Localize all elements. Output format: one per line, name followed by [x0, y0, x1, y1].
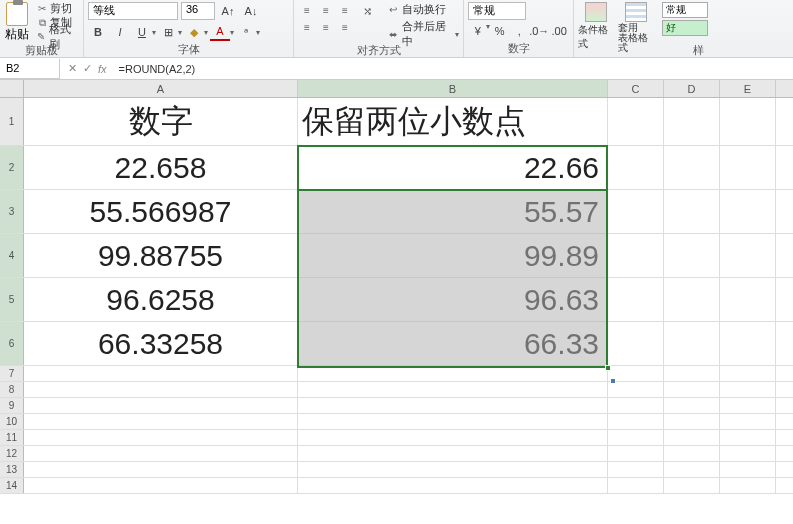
cell-A4[interactable]: 99.88755 [24, 234, 298, 277]
row-header[interactable]: 9 [0, 398, 24, 413]
cell[interactable] [720, 430, 776, 445]
align-center-button[interactable]: ≡ [317, 19, 335, 35]
cell-B5[interactable]: 96.63 [298, 278, 608, 321]
select-all-corner[interactable] [0, 80, 24, 97]
cell[interactable] [298, 430, 608, 445]
cell[interactable] [664, 322, 720, 365]
row-header[interactable]: 7 [0, 366, 24, 381]
italic-button[interactable]: I [110, 23, 130, 41]
cell[interactable] [298, 478, 608, 493]
row-header[interactable]: 5 [0, 278, 24, 321]
cell[interactable] [608, 414, 664, 429]
cell[interactable] [720, 278, 776, 321]
col-header-C[interactable]: C [608, 80, 664, 97]
align-left-button[interactable]: ≡ [298, 19, 316, 35]
cell[interactable] [298, 398, 608, 413]
cell[interactable] [720, 414, 776, 429]
cell[interactable] [664, 414, 720, 429]
cell-A2[interactable]: 22.658 [24, 146, 298, 189]
cell[interactable] [24, 382, 298, 397]
cell[interactable] [608, 190, 664, 233]
cancel-formula-button[interactable]: ✕ [68, 62, 77, 75]
row-header[interactable]: 3 [0, 190, 24, 233]
cell[interactable] [608, 234, 664, 277]
cell-A1[interactable]: 数字 [24, 98, 298, 145]
cell[interactable] [720, 234, 776, 277]
row-header[interactable]: 14 [0, 478, 24, 493]
col-header-D[interactable]: D [664, 80, 720, 97]
cell[interactable] [608, 398, 664, 413]
increase-decimal-button[interactable]: .0→ [529, 22, 549, 40]
border-button[interactable]: ⊞ [158, 23, 178, 41]
cell-style-normal[interactable]: 常规 [662, 2, 708, 18]
cell[interactable] [298, 366, 608, 381]
cell[interactable] [664, 462, 720, 477]
cell[interactable] [664, 366, 720, 381]
cell[interactable] [664, 234, 720, 277]
cell-B4[interactable]: 99.89 [298, 234, 608, 277]
wrap-text-button[interactable]: ↩自动换行 [387, 2, 459, 17]
font-size-select[interactable]: 36 [181, 2, 215, 20]
cell[interactable] [24, 462, 298, 477]
cell[interactable] [664, 278, 720, 321]
cell[interactable] [608, 478, 664, 493]
align-bottom-button[interactable]: ≡ [336, 2, 354, 18]
cell[interactable] [608, 446, 664, 461]
cell[interactable] [664, 430, 720, 445]
cell[interactable] [298, 462, 608, 477]
cell[interactable] [664, 478, 720, 493]
col-header-B[interactable]: B [298, 80, 608, 97]
font-color-button[interactable]: A [210, 23, 230, 41]
cell[interactable] [24, 430, 298, 445]
row-header[interactable]: 1 [0, 98, 24, 145]
cell[interactable] [298, 382, 608, 397]
row-header[interactable]: 4 [0, 234, 24, 277]
align-top-button[interactable]: ≡ [298, 2, 316, 18]
phonetic-button[interactable]: ᵃ [236, 23, 256, 41]
cell[interactable] [664, 146, 720, 189]
cell[interactable] [608, 366, 664, 381]
cell[interactable] [664, 446, 720, 461]
cell[interactable] [720, 98, 776, 145]
cell[interactable] [608, 146, 664, 189]
cell[interactable] [24, 366, 298, 381]
cell[interactable] [608, 322, 664, 365]
cell-style-good[interactable]: 好 [662, 20, 708, 36]
cell[interactable] [720, 382, 776, 397]
font-name-select[interactable]: 等线 [88, 2, 178, 20]
cell[interactable] [608, 278, 664, 321]
cell[interactable] [720, 322, 776, 365]
cell[interactable] [720, 190, 776, 233]
col-header-A[interactable]: A [24, 80, 298, 97]
cell[interactable] [720, 478, 776, 493]
row-header[interactable]: 12 [0, 446, 24, 461]
cell[interactable] [720, 462, 776, 477]
row-header[interactable]: 2 [0, 146, 24, 189]
row-header[interactable]: 11 [0, 430, 24, 445]
comma-button[interactable]: , [510, 22, 530, 40]
decrease-font-button[interactable]: A↓ [241, 2, 261, 20]
row-header[interactable]: 6 [0, 322, 24, 365]
cell[interactable] [24, 478, 298, 493]
col-header-E[interactable]: E [720, 80, 776, 97]
cell[interactable] [664, 382, 720, 397]
cut-button[interactable]: ✂剪切 [34, 2, 79, 15]
row-header[interactable]: 10 [0, 414, 24, 429]
cell[interactable] [720, 146, 776, 189]
cell[interactable] [298, 414, 608, 429]
cell-A6[interactable]: 66.33258 [24, 322, 298, 365]
row-header[interactable]: 8 [0, 382, 24, 397]
cell[interactable] [608, 462, 664, 477]
percent-button[interactable]: % [490, 22, 510, 40]
cell[interactable] [298, 446, 608, 461]
cell-A3[interactable]: 55.566987 [24, 190, 298, 233]
cell-B6[interactable]: 66.33 [298, 322, 608, 365]
increase-font-button[interactable]: A↑ [218, 2, 238, 20]
cell-A5[interactable]: 96.6258 [24, 278, 298, 321]
cell[interactable] [664, 98, 720, 145]
cell[interactable] [24, 398, 298, 413]
cell[interactable] [608, 430, 664, 445]
cell[interactable] [24, 446, 298, 461]
fx-button[interactable]: fx [98, 63, 107, 75]
cell[interactable] [720, 446, 776, 461]
